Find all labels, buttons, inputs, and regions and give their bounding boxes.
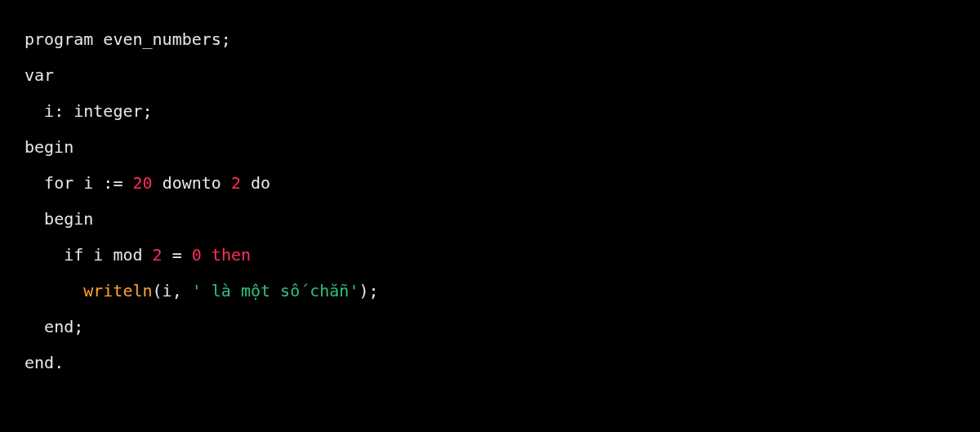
keyword-var: var bbox=[24, 65, 54, 85]
identifier-i: i bbox=[93, 245, 103, 265]
code-line-1: program even_numbers; bbox=[24, 29, 231, 49]
code-line-4: begin bbox=[24, 137, 74, 157]
keyword-if: if bbox=[64, 245, 83, 265]
keyword-for: for bbox=[44, 173, 74, 193]
keyword-end: end bbox=[24, 353, 54, 372]
identifier-i: i bbox=[44, 101, 54, 121]
keyword-do: do bbox=[251, 173, 270, 193]
semicolon: ; bbox=[74, 317, 83, 336]
keyword-end: end bbox=[44, 317, 74, 336]
code-line-5: for i := 20 downto 2 do bbox=[24, 173, 270, 193]
assign-op: := bbox=[103, 173, 122, 193]
code-line-10: end. bbox=[24, 353, 64, 372]
lparen: ( bbox=[153, 281, 163, 301]
identifier-i: i bbox=[163, 281, 172, 301]
code-line-8: writeln(i, ' là một số chẵn'); bbox=[24, 281, 379, 301]
code-block: program even_numbers; var i: integer; be… bbox=[0, 0, 980, 402]
string-literal: ' là một số chẵn' bbox=[192, 281, 359, 301]
code-line-3: i: integer; bbox=[24, 101, 153, 121]
semicolon: ; bbox=[143, 101, 153, 121]
rparen: ) bbox=[359, 281, 368, 301]
equals-op: = bbox=[172, 245, 182, 265]
keyword-then: then bbox=[212, 245, 251, 265]
dot: . bbox=[54, 353, 64, 372]
keyword-begin: begin bbox=[44, 209, 93, 229]
type-integer: integer bbox=[74, 101, 142, 121]
identifier-i: i bbox=[83, 173, 93, 193]
code-line-6: begin bbox=[24, 209, 93, 229]
keyword-program: program bbox=[24, 29, 93, 49]
semicolon: ; bbox=[221, 29, 231, 49]
number-0: 0 bbox=[192, 245, 202, 265]
semicolon: ; bbox=[368, 281, 378, 301]
number-2: 2 bbox=[153, 245, 163, 265]
function-writeln: writeln bbox=[83, 281, 152, 301]
keyword-downto: downto bbox=[163, 173, 221, 193]
code-line-7: if i mod 2 = 0 then bbox=[24, 245, 251, 265]
identifier-program-name: even_numbers bbox=[103, 29, 221, 49]
keyword-mod: mod bbox=[113, 245, 142, 265]
keyword-begin: begin bbox=[24, 137, 74, 157]
number-2: 2 bbox=[231, 173, 241, 193]
code-line-2: var bbox=[24, 65, 54, 85]
comma: , bbox=[172, 281, 182, 301]
number-20: 20 bbox=[133, 173, 153, 193]
colon: : bbox=[54, 101, 64, 121]
code-line-9: end; bbox=[24, 317, 83, 336]
